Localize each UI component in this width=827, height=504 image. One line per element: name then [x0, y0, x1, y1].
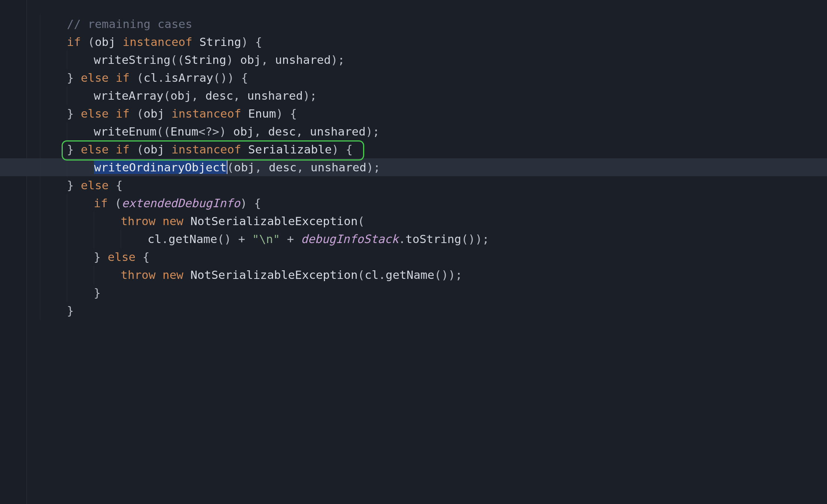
identifier-token: [192, 35, 199, 49]
code-line[interactable]: // remaining cases: [40, 15, 827, 33]
code-line[interactable]: }: [40, 284, 827, 302]
indent-guide: [40, 230, 67, 248]
code-line[interactable]: if (extendedDebugInfo) {: [40, 194, 827, 212]
identifier-token: writeEnum: [94, 125, 157, 138]
code-line[interactable]: throw new NotSerializableException(cl.ge…: [40, 266, 827, 284]
code-editor[interactable]: // remaining casesif (obj instanceof Str…: [0, 0, 827, 504]
punct-token: );: [366, 125, 380, 138]
identifier-token: writeArray: [94, 89, 164, 102]
punct-token: (: [164, 89, 171, 102]
keyword-token: else if: [81, 143, 130, 156]
identifier-token: writeString: [94, 53, 170, 66]
keyword-token: else: [81, 178, 109, 192]
code-line[interactable]: }: [40, 302, 827, 320]
type-token: Enum: [170, 125, 198, 138]
type-token: Serializable: [248, 143, 332, 156]
punct-token: }: [94, 286, 101, 299]
identifier-token: obj: [234, 161, 255, 174]
identifier-token: obj: [240, 53, 261, 66]
type-token: String: [199, 35, 241, 49]
indent-guide: [67, 87, 94, 105]
punct-token: (: [81, 35, 95, 49]
identifier-token: cl: [365, 268, 378, 281]
identifier-token: obj: [143, 107, 171, 120]
indent-guide: [40, 176, 67, 194]
code-line[interactable]: writeEnum((Enum<?>) obj, desc, unshared)…: [40, 122, 827, 140]
punct-token: ());: [461, 232, 489, 246]
code-line[interactable]: throw new NotSerializableException(: [40, 212, 827, 230]
indent-guide: [94, 266, 121, 284]
code-line[interactable]: } else if (cl.isArray()) {: [40, 69, 827, 87]
punct-token: (: [358, 268, 365, 281]
punct-token: (: [358, 214, 365, 228]
type-token: NotSerializableException: [191, 268, 358, 281]
keyword-token: instanceof: [123, 35, 192, 49]
punct-token: (: [130, 143, 143, 156]
keyword-token: if: [94, 196, 108, 210]
punct-token: ): [226, 53, 240, 66]
identifier-token: getName: [168, 232, 217, 246]
editor-code-area[interactable]: // remaining casesif (obj instanceof Str…: [0, 0, 827, 504]
punct-token: }: [94, 250, 108, 264]
indent-guide: [40, 33, 67, 51]
punct-token: .: [161, 232, 168, 246]
code-line[interactable]: } else {: [40, 248, 827, 266]
identifier-token: [183, 268, 191, 281]
punct-token: (: [130, 71, 143, 84]
punct-token: .: [158, 71, 165, 84]
punct-token: ((: [157, 125, 170, 138]
identifier-token: obj: [233, 125, 254, 138]
field-token: extendedDebugInfo: [122, 196, 240, 210]
identifier-token: toString: [406, 232, 461, 246]
punct-token: ,: [233, 89, 247, 102]
keyword-token: else if: [81, 71, 130, 84]
indent-guide: [40, 194, 67, 212]
punct-token: }: [67, 143, 81, 156]
identifier-token: [183, 214, 191, 228]
indent-guide: [67, 51, 94, 69]
code-line[interactable]: writeArray(obj, desc, unshared);: [40, 87, 827, 105]
identifier-token: desc: [268, 125, 296, 138]
indent-guide: [40, 248, 67, 266]
code-line[interactable]: } else {: [40, 176, 827, 194]
indent-guide: [121, 230, 148, 248]
code-line[interactable]: cl.getName() + "\n" + debugInfoStack.toS…: [40, 230, 827, 248]
code-line[interactable]: writeString((String) obj, unshared);: [40, 51, 827, 69]
punct-token: }: [67, 304, 74, 317]
indent-guide: [40, 122, 67, 140]
identifier-token: [241, 143, 248, 156]
code-line[interactable]: } else if (obj instanceof Enum) {: [40, 105, 827, 122]
keyword-token: else: [108, 250, 136, 264]
punct-token: ,: [254, 125, 268, 138]
identifier-token: obj: [170, 89, 191, 102]
punct-token: ,: [191, 89, 205, 102]
punct-token: ) {: [240, 196, 261, 210]
indent-guide: [67, 230, 94, 248]
keyword-token: else if: [81, 107, 130, 120]
code-line[interactable]: writeOrdinaryObject(obj, desc, unshared)…: [0, 158, 827, 176]
punct-token: }: [67, 178, 81, 192]
indent-guide: [40, 105, 67, 122]
keyword-token: instanceof: [171, 143, 241, 156]
punct-token: .: [379, 268, 386, 281]
code-line[interactable]: } else if (obj instanceof Serializable) …: [40, 140, 827, 158]
type-token: NotSerializableException: [191, 214, 358, 228]
identifier-token: unshared: [275, 53, 331, 66]
code-line[interactable]: if (obj instanceof String) {: [40, 33, 827, 51]
punct-token: );: [366, 161, 380, 174]
punct-token: ) {: [276, 107, 297, 120]
punct-token: ((: [170, 53, 184, 66]
identifier-token: getName: [385, 268, 434, 281]
identifier-token: obj: [95, 35, 123, 49]
type-token: String: [185, 53, 226, 66]
punct-token: +: [280, 232, 301, 246]
punct-token: () +: [217, 232, 252, 246]
identifier-token: cl: [148, 232, 161, 246]
indent-guide: [40, 302, 67, 320]
identifier-token: [241, 107, 248, 120]
string-token: "\n": [252, 232, 280, 246]
comment-token: // remaining cases: [67, 17, 192, 31]
type-token: Enum: [248, 107, 276, 120]
punct-token: ,: [261, 53, 275, 66]
identifier-token: desc: [269, 161, 297, 174]
